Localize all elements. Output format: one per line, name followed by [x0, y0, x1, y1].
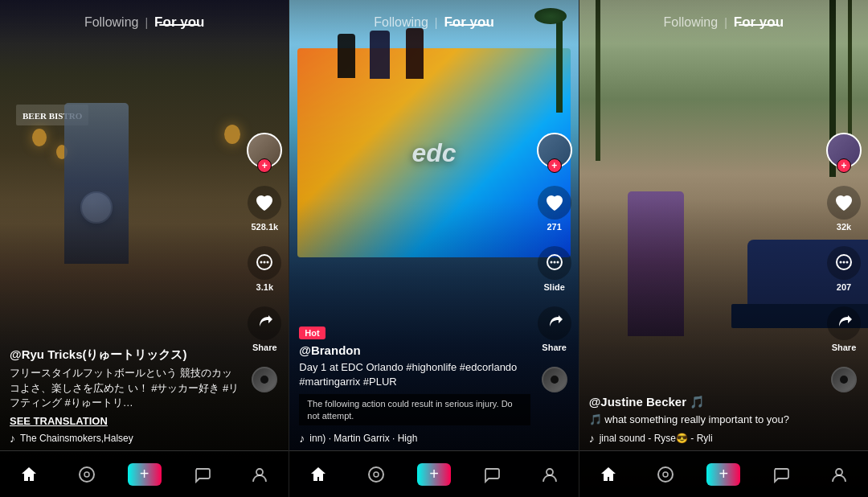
svg-point-10 — [556, 261, 559, 264]
nav-home-1[interactable] — [0, 466, 58, 483]
comment-icon-2 — [544, 253, 565, 273]
music-disc-3 — [831, 367, 857, 392]
discover-icon-2 — [367, 466, 385, 483]
music-row-2: ♪ inn) · Martin Garrix · High — [299, 432, 530, 445]
like-action-1: 528.1k — [248, 186, 281, 232]
bottom-info-3: @Justine Becker 🎵 🎵 what something reall… — [589, 395, 820, 445]
svg-point-13 — [547, 469, 553, 475]
avatar-plus-2[interactable]: + — [547, 158, 562, 173]
profile-icon-3 — [830, 466, 848, 483]
music-disc-2 — [542, 367, 567, 392]
bottom-info-2: Hot @Brandon Day 1 at EDC Orlando #higho… — [299, 325, 530, 445]
comment-icon-1 — [254, 253, 275, 273]
like-button-3[interactable] — [827, 186, 861, 220]
comment-icon-3 — [833, 253, 854, 273]
like-button-1[interactable] — [248, 186, 281, 220]
profile-icon-2 — [541, 466, 559, 483]
music-text-1: The Chainsmokers,Halsey — [20, 433, 133, 444]
like-button-2[interactable] — [538, 186, 571, 220]
heart-icon-3 — [833, 191, 855, 214]
svg-point-1 — [260, 261, 263, 264]
foryou-underline-2 — [449, 24, 489, 26]
svg-point-20 — [836, 469, 842, 475]
caption-3: 🎵 what something really important to you… — [589, 413, 820, 427]
following-tab-3[interactable]: Following — [664, 15, 719, 30]
panel-3: Following | For you + 32k — [579, 0, 868, 497]
avatar-item-2: + — [537, 133, 572, 171]
music-disc-inner-2 — [551, 376, 559, 384]
nav-discover-3[interactable] — [637, 466, 695, 483]
nav-discover-1[interactable] — [58, 466, 116, 483]
nav-add-2[interactable]: + — [405, 463, 463, 486]
like-action-3: 32k — [827, 186, 861, 232]
music-text-3: jinal sound - Ryse😎 - Ryli — [600, 433, 713, 444]
username-1[interactable]: @Ryu Tricks(りゅートリックス) — [10, 347, 240, 363]
svg-point-17 — [845, 261, 848, 264]
nav-profile-3[interactable] — [810, 466, 868, 483]
music-disc-inner-3 — [840, 376, 848, 384]
foryou-tab-3[interactable]: For you — [734, 14, 784, 30]
add-button-1[interactable]: + — [128, 463, 162, 486]
header-divider-2: | — [435, 16, 438, 29]
profile-icon-1 — [251, 466, 268, 483]
panel-1: BEER BISTRO Following | For you + — [0, 0, 289, 497]
following-tab-1[interactable]: Following — [84, 15, 139, 30]
home-icon-1 — [20, 466, 38, 483]
nav-home-2[interactable] — [289, 466, 347, 483]
music-disc-inner-1 — [260, 376, 268, 384]
nav-add-1[interactable]: + — [116, 463, 174, 486]
nav-messages-1[interactable] — [174, 466, 231, 483]
nav-home-3[interactable] — [579, 466, 637, 483]
share-action-1: Share — [248, 306, 281, 352]
add-button-3[interactable]: + — [706, 463, 740, 486]
heart-icon-1 — [253, 191, 276, 214]
panel-2: edc Following | For you + — [289, 0, 579, 497]
like-count-3: 32k — [837, 222, 851, 232]
nav-discover-2[interactable] — [347, 466, 405, 483]
svg-point-18 — [658, 467, 673, 482]
nav-messages-3[interactable] — [752, 466, 810, 483]
share-button-2[interactable] — [538, 306, 571, 340]
share-button-3[interactable] — [827, 306, 861, 340]
svg-point-5 — [84, 472, 89, 477]
username-3[interactable]: @Justine Becker 🎵 — [589, 395, 820, 409]
like-action-2: 271 — [538, 186, 571, 232]
add-button-2[interactable]: + — [417, 463, 451, 486]
foryou-tab-2[interactable]: For you — [444, 14, 493, 30]
nav-messages-2[interactable] — [463, 466, 521, 483]
comment-button-1[interactable] — [248, 246, 281, 280]
share-label-2: Share — [542, 343, 567, 352]
share-button-1[interactable] — [248, 306, 281, 340]
comment-button-3[interactable] — [827, 246, 861, 280]
side-actions-1: + 528.1k 3.1k — [247, 133, 282, 392]
see-translation-1[interactable]: SEE TRANSLATION — [10, 415, 240, 427]
comment-button-2[interactable] — [538, 246, 571, 280]
comment-count-2: Slide — [544, 282, 565, 292]
svg-point-3 — [267, 261, 269, 264]
svg-point-6 — [256, 469, 263, 475]
header-1: Following | For you — [0, 0, 289, 44]
home-icon-2 — [309, 466, 327, 483]
bottom-info-1: @Ryu Tricks(りゅートリックス) フリースタイルフットボールという 競… — [10, 347, 240, 445]
music-note-icon-3: ♪ — [589, 432, 595, 445]
avatar-plus-1[interactable]: + — [257, 158, 272, 173]
username-2[interactable]: @Brandon — [299, 343, 530, 357]
music-text-2: inn) · Martin Garrix · High — [309, 433, 417, 444]
avatar-plus-3[interactable]: + — [837, 158, 851, 173]
nav-add-3[interactable]: + — [694, 463, 752, 486]
svg-point-9 — [553, 261, 555, 264]
share-icon-2 — [544, 313, 565, 334]
nav-profile-1[interactable] — [231, 466, 289, 483]
caption-1: フリースタイルフットボールという 競技のカッコよさ、楽しさを広めた い！ #サッ… — [10, 366, 240, 410]
comment-count-3: 207 — [837, 282, 851, 292]
foryou-tab-1[interactable]: For you — [154, 14, 204, 30]
foryou-underline-1 — [159, 24, 199, 26]
following-tab-2[interactable]: Following — [374, 15, 428, 30]
side-actions-2: + 271 Slide — [537, 133, 572, 392]
nav-profile-2[interactable] — [521, 466, 579, 483]
music-disc-action-3 — [831, 367, 857, 392]
discover-icon-3 — [657, 466, 674, 483]
music-row-3: ♪ jinal sound - Ryse😎 - Ryli — [589, 432, 820, 445]
avatar-wrap-2: + — [537, 133, 572, 168]
header-2: Following | For you — [289, 0, 578, 44]
